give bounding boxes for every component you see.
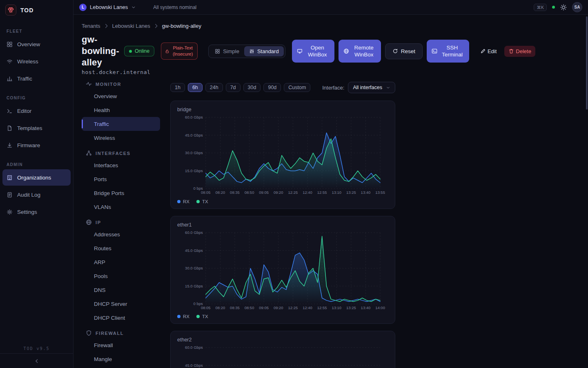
theme-toggle-sun-icon[interactable] [560, 4, 567, 11]
svg-text:08:50: 08:50 [245, 191, 254, 195]
file-icon [7, 125, 13, 131]
sidebar-item-templates[interactable]: Templates [2, 120, 71, 136]
range-pill-7d[interactable]: 7d [226, 83, 241, 92]
building-icon [7, 175, 13, 181]
subnav-item-wireless[interactable]: Wireless [82, 131, 160, 145]
terminal-icon [7, 108, 13, 114]
svg-text:12:55: 12:55 [317, 305, 327, 310]
svg-text:08:35: 08:35 [230, 191, 240, 195]
chart-legend: RXTX [177, 199, 389, 204]
view-toggle-standard[interactable]: Standard [244, 46, 284, 56]
subnav-item-bridge-ports[interactable]: Bridge Ports [82, 186, 160, 200]
user-avatar[interactable]: SA [572, 2, 582, 12]
shield-icon [86, 330, 92, 336]
tenant-switcher[interactable]: L Lebowski Lanes [79, 4, 136, 11]
trash-icon [508, 48, 514, 54]
legend-label: RX [183, 199, 189, 204]
device-actions: Open WinBox Remote WinBox Reset [292, 40, 535, 63]
breadcrumb-item-tenants[interactable]: Tenants [82, 23, 100, 29]
chevron-right-icon [153, 23, 159, 29]
svg-text:45.0 Gbps: 45.0 Gbps [185, 248, 203, 252]
subnav-section-label: FIREWALL [96, 331, 124, 336]
online-badge-label: Online [135, 48, 149, 54]
sidebar-section-admin: ADMIN [7, 162, 67, 167]
sidebar-collapse-button[interactable] [0, 353, 73, 368]
svg-text:13:10: 13:10 [332, 305, 341, 310]
range-pill-90d[interactable]: 90d [263, 83, 281, 92]
subnav-item-traffic[interactable]: Traffic [82, 117, 160, 131]
sidebar-item-overview[interactable]: Overview [2, 36, 71, 52]
subnav-item-overview[interactable]: Overview [82, 89, 160, 103]
subnav-item-arp[interactable]: ARP [82, 255, 160, 269]
device-header: gw-bowling-alley Online Plain-Text (Inse… [82, 34, 588, 68]
sidebar-item-audit-log[interactable]: Audit Log [2, 186, 71, 203]
refresh-icon [392, 48, 398, 54]
subnav-section-label: IP [96, 220, 101, 225]
subnav-item-interfaces[interactable]: Interfaces [82, 158, 160, 172]
globe-icon [343, 48, 349, 54]
sidebar-section-fleet: FLEET [7, 29, 67, 34]
subnav-item-routes[interactable]: Routes [82, 241, 160, 255]
svg-text:08:20: 08:20 [216, 305, 225, 310]
reset-button[interactable]: Reset [385, 43, 423, 59]
subnav-item-addresses[interactable]: Addresses [82, 227, 160, 241]
ssh-terminal-label: SSH Terminal [440, 44, 464, 58]
subnav-item-dhcp-server[interactable]: DHCP Server [82, 297, 160, 311]
svg-text:13:25: 13:25 [346, 191, 356, 195]
subnav-item-ports[interactable]: Ports [82, 172, 160, 186]
topbar-right: ⌘K SA [534, 2, 582, 12]
traffic-chart-card-ether1: ether160.0 Gbps45.0 Gbps30.0 Gbps15.0 Gb… [170, 216, 395, 324]
ssh-terminal-button[interactable]: SSH Terminal [427, 40, 469, 63]
subnav-item-mangle[interactable]: Mangle [82, 352, 160, 366]
breadcrumb-item-lebowski-lanes[interactable]: Lebowski Lanes [112, 23, 150, 29]
sidebar-item-firmware[interactable]: Firmware [2, 137, 71, 153]
svg-text:09:05: 09:05 [259, 191, 269, 195]
sidebar-item-traffic[interactable]: Traffic [2, 70, 71, 87]
legend-dot-icon [177, 315, 180, 318]
command-palette-shortcut[interactable]: ⌘K [534, 4, 547, 11]
sidebar-item-settings[interactable]: Settings [2, 204, 71, 220]
sidebar-item-editor[interactable]: Editor [2, 103, 71, 119]
svg-text:12:55: 12:55 [317, 191, 327, 195]
view-toggle-simple-label: Simple [223, 48, 239, 54]
range-pill-1h[interactable]: 1h [170, 83, 185, 92]
subnav-section-monitor: MONITOR [86, 81, 160, 87]
subnav-item-vlans[interactable]: VLANs [82, 200, 160, 214]
open-winbox-button[interactable]: Open WinBox [292, 40, 334, 63]
subnav-item-dns[interactable]: DNS [82, 283, 160, 297]
legend-dot-icon [196, 315, 200, 318]
page-title: gw-bowling-alley [82, 34, 121, 68]
sidebar-item-label: Traffic [17, 76, 32, 82]
health-status-dot [552, 6, 555, 9]
svg-text:45.0 Gbps: 45.0 Gbps [185, 133, 203, 137]
sidebar-item-wireless[interactable]: Wireless [2, 53, 71, 70]
legend-label: TX [202, 314, 208, 319]
subnav-item-firewall[interactable]: Firewall [82, 338, 160, 352]
vertical-scrollbar[interactable] [586, 16, 588, 110]
svg-text:30.0 Gbps: 30.0 Gbps [185, 151, 203, 155]
range-pill-6h[interactable]: 6h [188, 83, 203, 92]
online-status-badge: Online [124, 46, 154, 56]
interface-select[interactable]: All interfaces [348, 82, 395, 93]
app-screen: TOD FLEETOverviewWirelessTrafficCONFIGEd… [0, 0, 588, 368]
range-pill-24h[interactable]: 24h [205, 83, 223, 92]
subnav-item-dhcp-client[interactable]: DHCP Client [82, 311, 160, 325]
view-toggle-simple[interactable]: Simple [210, 46, 244, 56]
remote-winbox-button[interactable]: Remote WinBox [339, 40, 381, 63]
subnav-item-health[interactable]: Health [82, 103, 160, 117]
range-pill-custom[interactable]: Custom [284, 83, 310, 92]
chart-title: bridge [177, 107, 389, 112]
sidebar-item-label: Organizations [17, 175, 51, 181]
app-name: TOD [20, 7, 33, 13]
delete-button[interactable]: Delete [504, 46, 535, 57]
chevron-left-icon [34, 358, 40, 364]
edit-button[interactable]: Edit [477, 46, 500, 57]
traffic-toolbar: 1h6h24h7d30d90dCustom Interface: All int… [170, 82, 395, 93]
subnav-item-pools[interactable]: Pools [82, 269, 160, 283]
traffic-panel: 1h6h24h7d30d90dCustom Interface: All int… [170, 80, 395, 368]
range-pill-30d[interactable]: 30d [243, 83, 261, 92]
app-logo[interactable] [5, 4, 16, 16]
document-icon [7, 192, 13, 198]
sidebar-item-organizations[interactable]: Organizations [2, 169, 71, 186]
svg-text:60.0 Gbps: 60.0 Gbps [185, 115, 203, 119]
